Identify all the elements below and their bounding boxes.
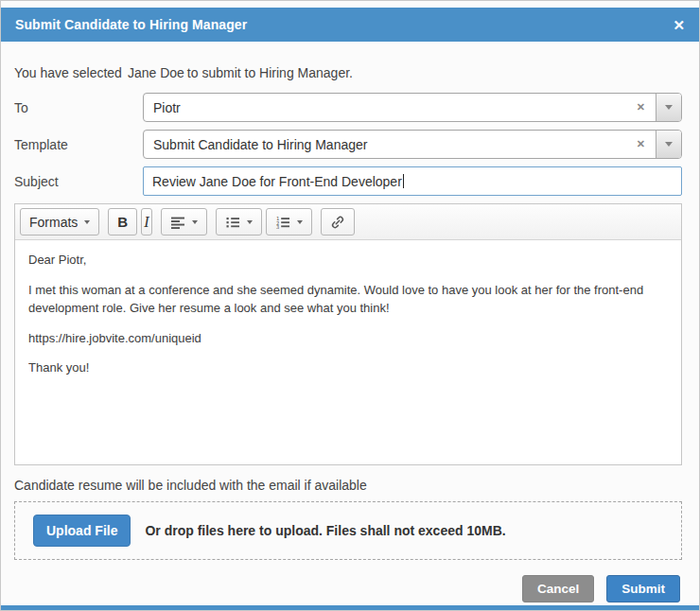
chevron-down-icon (247, 220, 253, 224)
to-clear-icon[interactable]: ✕ (626, 94, 656, 121)
to-label: To (14, 100, 143, 115)
formats-dropdown-button[interactable]: Formats (20, 208, 99, 236)
page-bottom-accent-bar (1, 605, 699, 610)
subject-label: Subject (14, 174, 143, 189)
modal-body: You have selectedJane Doeto submit to Hi… (1, 65, 699, 602)
template-label: Template (14, 137, 143, 152)
email-paragraph: Thank you! (28, 359, 668, 377)
align-dropdown-button[interactable] (161, 208, 207, 236)
file-dropzone[interactable]: Upload File Or drop files here to upload… (14, 501, 682, 560)
candidate-name: Jane Doe (128, 65, 184, 80)
template-combobox[interactable]: Submit Candidate to Hiring Manager ✕ (143, 130, 682, 159)
italic-button[interactable]: I (141, 208, 151, 236)
subject-field-row: Subject Review Jane Doe for Front-End De… (14, 166, 682, 196)
to-field-row: To Piotr ✕ (14, 93, 682, 122)
template-field-row: Template Submit Candidate to Hiring Mana… (14, 130, 682, 159)
chevron-down-icon (665, 142, 673, 147)
rich-text-editor: Formats B I 123 (14, 203, 682, 465)
align-left-icon (170, 215, 185, 230)
chevron-down-icon (665, 105, 673, 110)
svg-text:3: 3 (276, 224, 279, 230)
upload-file-button[interactable]: Upload File (33, 515, 131, 547)
template-clear-icon[interactable]: ✕ (626, 131, 656, 158)
cancel-button[interactable]: Cancel (522, 575, 594, 602)
link-icon (330, 215, 345, 230)
bullet-list-icon (225, 215, 240, 230)
subject-value: Review Jane Doe for Front-End Developer (152, 174, 402, 189)
submit-candidate-modal: Submit Candidate to Hiring Manager ✕ You… (0, 0, 700, 611)
email-paragraph: https://hire.jobvite.com/uniqueid (28, 330, 668, 348)
chevron-down-icon (192, 220, 198, 224)
to-combobox[interactable]: Piotr ✕ (143, 93, 682, 122)
close-icon[interactable]: ✕ (673, 18, 685, 32)
bullet-list-dropdown-button[interactable] (216, 208, 262, 236)
email-paragraph: Dear Piotr, (28, 252, 668, 270)
modal-header: Submit Candidate to Hiring Manager ✕ (1, 8, 699, 42)
subject-input[interactable]: Review Jane Doe for Front-End Developer (143, 166, 682, 196)
numbered-list-icon: 123 (275, 215, 290, 230)
upload-hint: Or drop files here to upload. Files shal… (145, 523, 505, 538)
to-dropdown-button[interactable] (656, 94, 681, 121)
bold-button[interactable]: B (108, 208, 137, 236)
numbered-list-dropdown-button[interactable]: 123 (266, 208, 312, 236)
chevron-down-icon (84, 220, 90, 224)
insert-link-button[interactable] (321, 208, 355, 236)
resume-note: Candidate resume will be included with t… (14, 478, 682, 493)
editor-toolbar: Formats B I 123 (15, 204, 681, 240)
template-dropdown-button[interactable] (656, 131, 681, 158)
selection-summary: You have selectedJane Doeto submit to Hi… (14, 65, 682, 80)
to-value: Piotr (144, 94, 626, 121)
email-body-editor[interactable]: Dear Piotr, I met this woman at a confer… (15, 240, 681, 464)
text-cursor (403, 174, 404, 188)
email-paragraph: I met this woman at a conference and she… (28, 282, 668, 318)
formats-label: Formats (29, 215, 78, 230)
submit-button[interactable]: Submit (606, 575, 680, 602)
selection-summary-prefix: You have selected (14, 65, 122, 80)
selection-summary-suffix: to submit to Hiring Manager. (187, 65, 353, 80)
template-value: Submit Candidate to Hiring Manager (144, 131, 626, 158)
modal-footer: Cancel Submit (14, 575, 682, 602)
modal-title: Submit Candidate to Hiring Manager (15, 17, 247, 32)
chevron-down-icon (297, 220, 303, 224)
